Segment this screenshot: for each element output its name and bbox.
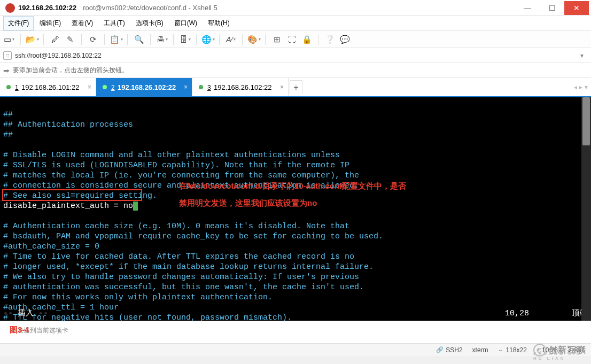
search-icon[interactable]: 🔍: [133, 34, 145, 45]
menu-help[interactable]: 帮助(H): [203, 16, 235, 30]
close-button[interactable]: ✕: [564, 1, 589, 15]
toolbar: ▭ 📂 🖉 ✎ ⟳ 📋 🔍 🖶 🗄 🌐 A⁄ 🎨 ⊞ ⛶ 🔒 ❔ 💬: [0, 31, 591, 48]
vim-mode: -- 插入 --: [3, 308, 48, 319]
menu-tools[interactable]: 工具(T): [99, 16, 129, 30]
window-titlebar: 192.168.26.102:22 root@vms002:/etc/dovec…: [0, 0, 591, 16]
tab-close-icon[interactable]: ×: [280, 83, 284, 91]
bottom-hint: 本发送到当前选项卡: [0, 321, 591, 340]
menu-view[interactable]: 查看(V): [67, 16, 98, 30]
open-icon[interactable]: 📂: [26, 34, 38, 45]
status-dot-icon: [103, 85, 107, 89]
status-bar: 🔗SSH2 xterm ↔118x22 ⌖10,28 3 会话: [0, 343, 591, 356]
status-dot-icon: [6, 85, 11, 89]
menu-file[interactable]: 文件(F): [3, 16, 34, 30]
address-dropdown-icon[interactable]: ▾: [576, 52, 588, 59]
ssh-icon: 🔗: [436, 346, 444, 353]
terminal-scrollbar[interactable]: [581, 97, 591, 321]
terminal[interactable]: ## ## Authentication processes ## # Disa…: [0, 97, 591, 321]
term-line: ##: [3, 130, 13, 140]
transfer-icon[interactable]: 🗄: [179, 34, 191, 45]
info-bar: ➡ 要添加当前会话，点击左侧的箭头按钮。: [0, 63, 591, 78]
tab-nav: ◂ ▸ ▾: [571, 78, 591, 96]
properties-icon[interactable]: ⟳: [87, 34, 99, 45]
title-host: 192.168.26.102:22: [18, 4, 76, 12]
tab-strip: 1 192.168.26.101:22 × 2 192.168.26.102:2…: [0, 78, 591, 97]
term-line: # Authentication cache size (e.g. 10M). …: [3, 222, 349, 231]
size-icon: ↔: [498, 347, 504, 353]
watermark-sub: CHUANG XIN HU LIAN: [533, 351, 586, 361]
menu-window[interactable]: 窗口(W): [169, 16, 202, 30]
minimize-button[interactable]: —: [515, 1, 540, 15]
status-proto: SSH2: [446, 346, 462, 354]
address-url[interactable]: ssh://root@192.168.26.102:22: [15, 52, 576, 59]
watermark: C 创新互联 CHUANG XIN HU LIAN: [533, 344, 587, 357]
cursor: [133, 202, 138, 211]
status-dot-icon: [199, 85, 203, 89]
scrollbar-thumb[interactable]: [582, 97, 590, 145]
annotation-box: [2, 189, 142, 201]
term-edit-line: disable_plaintext_auth = no: [3, 202, 133, 211]
term-line: # matches the local IP (ie. you're conne…: [3, 171, 359, 180]
tab-menu-icon[interactable]: ▾: [585, 83, 588, 91]
vim-pos: 10,28: [505, 308, 529, 319]
disconnect-icon[interactable]: ✎: [64, 34, 76, 45]
term-line: ## Authentication processes: [3, 120, 133, 129]
tab-close-icon[interactable]: ×: [184, 83, 188, 91]
info-text: 要添加当前会话，点击左侧的箭头按钮。: [13, 66, 128, 75]
reconnect-icon[interactable]: 🖉: [49, 34, 61, 45]
title-path: root@vms002:/etc/dovecot/conf.d - Xshell…: [83, 4, 217, 12]
copy-icon[interactable]: 📋: [110, 34, 122, 45]
term-line: # Disable LOGIN command and all other pl…: [3, 151, 340, 160]
address-bar: □ ssh://root@192.168.26.102:22 ▾: [0, 48, 591, 63]
layout-icon[interactable]: ⊞: [271, 34, 283, 45]
bottom-panel: 图3-4 本发送到当前选项卡: [0, 321, 591, 343]
term-line: # We also try to handle password changes…: [3, 273, 359, 282]
annotation-text-1: 在/etc/dovecot/conf.d/目录下的10-auth.conf配置文…: [179, 181, 406, 191]
bookmark-icon[interactable]: □: [3, 51, 12, 60]
menu-tabs[interactable]: 选项卡(B): [131, 16, 168, 30]
new-session-icon[interactable]: ▭: [3, 34, 15, 45]
session-tab-2[interactable]: 2 192.168.26.102:22 ×: [96, 78, 192, 96]
color-icon[interactable]: 🎨: [248, 34, 260, 45]
term-line: # Time to live for cached data. After TT…: [3, 252, 354, 261]
print-icon[interactable]: 🖶: [156, 34, 168, 45]
tab-prev-icon[interactable]: ◂: [574, 83, 577, 91]
term-line: ##: [3, 110, 13, 119]
lock-icon[interactable]: 🔒: [301, 34, 313, 45]
term-line: # authentication was successful, but thi…: [3, 283, 364, 292]
chat-icon[interactable]: 💬: [339, 34, 351, 45]
term-line: # bsdauth, PAM and vpopmail require cach…: [3, 232, 383, 241]
info-arrow-icon[interactable]: ➡: [3, 66, 10, 75]
term-line: # SSL/TLS is used (LOGINDISABLED capabil…: [3, 161, 349, 170]
menubar: 文件(F) 编辑(E) 查看(V) 工具(T) 选项卡(B) 窗口(W) 帮助(…: [0, 16, 591, 31]
globe-icon[interactable]: 🌐: [202, 34, 214, 45]
annotation-text-2: 禁用明文发送，这里我们应该设置为no: [179, 198, 317, 208]
maximize-button[interactable]: ☐: [540, 1, 564, 15]
vim-status-line: -- 插入 -- 10,28 顶端: [3, 308, 588, 319]
add-tab-button[interactable]: +: [290, 80, 302, 94]
font-icon[interactable]: A⁄: [225, 34, 237, 45]
term-line: #auth_cache_size = 0: [3, 242, 99, 251]
term-line: # longer used, *except* if the main data…: [3, 262, 374, 272]
help-icon[interactable]: ❔: [324, 34, 336, 45]
tab-close-icon[interactable]: ×: [88, 83, 91, 91]
fullscreen-icon[interactable]: ⛶: [286, 34, 298, 45]
app-icon: [5, 3, 15, 13]
status-size: 118x22: [506, 346, 527, 354]
menu-edit[interactable]: 编辑(E): [35, 16, 66, 30]
figure-label: 图3-4: [10, 325, 29, 335]
term-line: # For now this works only with plaintext…: [3, 293, 273, 302]
session-tab-1[interactable]: 1 192.168.26.101:22 ×: [0, 78, 96, 96]
status-term: xterm: [472, 346, 488, 354]
tab-next-icon[interactable]: ▸: [579, 83, 582, 91]
session-tab-3[interactable]: 3 192.168.26.102:22 ×: [192, 78, 289, 96]
